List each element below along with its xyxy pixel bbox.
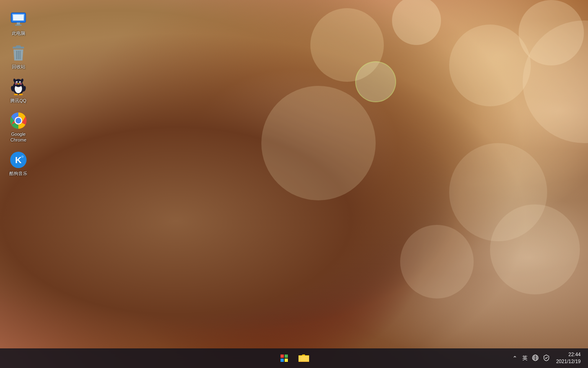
desktop: 此电脑 回收站	[0, 0, 588, 368]
svg-point-27	[15, 83, 17, 85]
svg-point-23	[14, 94, 18, 95]
computer-icon	[10, 12, 27, 27]
qq-icon-image	[9, 78, 27, 96]
svg-rect-35	[281, 355, 284, 358]
svg-rect-40	[298, 361, 309, 362]
svg-text:K: K	[15, 155, 22, 165]
chrome-icon	[9, 112, 27, 130]
desktop-icon-google-chrome[interactable]: Google Chrome	[2, 109, 35, 146]
svg-rect-37	[281, 359, 284, 362]
start-button[interactable]	[275, 349, 293, 367]
bokeh-7	[400, 225, 474, 298]
recycle-icon-label: 回收站	[12, 64, 25, 70]
svg-rect-3	[13, 15, 24, 20]
recycle-icon-image	[9, 44, 27, 62]
shield-icon	[543, 355, 549, 361]
svg-rect-4	[17, 22, 20, 25]
chrome-icon-image	[9, 112, 27, 130]
desktop-icon-kugou-music[interactable]: K 酷狗音乐	[2, 148, 35, 179]
kugou-icon-image: K	[9, 151, 27, 169]
desktop-icon-recycle-bin[interactable]: 回收站	[2, 42, 35, 72]
clock-area[interactable]: 22:44 2021/12/19	[554, 350, 583, 366]
tray-globe-button[interactable]	[531, 353, 540, 364]
svg-rect-36	[285, 355, 288, 358]
globe-icon	[532, 355, 539, 361]
svg-point-24	[19, 94, 23, 95]
svg-point-34	[21, 155, 24, 158]
desktop-icons-column: 此电脑 回收站	[0, 4, 37, 183]
svg-point-19	[20, 82, 21, 82]
svg-point-18	[17, 82, 18, 82]
svg-rect-38	[285, 359, 288, 362]
svg-point-20	[17, 83, 20, 84]
folder-icon	[298, 354, 309, 363]
chrome-icon-label: Google Chrome	[4, 131, 33, 143]
taskbar-right: ⌃ 英	[511, 350, 583, 366]
desktop-icon-tencent-qq[interactable]: 腾讯QQ	[2, 76, 35, 106]
system-tray: ⌃ 英	[511, 353, 550, 364]
bokeh-1	[261, 86, 376, 200]
bokeh-9	[490, 204, 580, 294]
clock-time: 22:44	[568, 351, 581, 358]
svg-rect-7	[16, 45, 21, 47]
svg-rect-5	[15, 25, 22, 26]
windows-logo-icon	[281, 355, 288, 362]
tray-shield-button[interactable]	[542, 353, 550, 364]
kugou-icon-label: 酷狗音乐	[9, 171, 27, 176]
computer-icon-label: 此电脑	[12, 30, 25, 36]
kugou-icon: K	[9, 151, 27, 169]
recycle-icon	[10, 44, 27, 62]
clock-date: 2021/12/19	[556, 358, 581, 365]
tray-language-indicator[interactable]: 英	[521, 353, 528, 364]
qq-icon-label: 腾讯QQ	[10, 98, 26, 103]
taskbar-center	[275, 349, 313, 367]
qq-icon	[9, 78, 27, 96]
desktop-icon-my-computer[interactable]: 此电脑	[2, 8, 35, 38]
svg-point-28	[20, 83, 22, 85]
bokeh-10	[355, 61, 396, 102]
tray-chevron-button[interactable]: ⌃	[511, 353, 519, 363]
file-explorer-button[interactable]	[295, 349, 313, 367]
computer-icon-image	[9, 11, 27, 29]
svg-rect-39	[298, 356, 309, 362]
taskbar: ⌃ 英	[0, 348, 588, 368]
svg-point-31	[16, 118, 21, 123]
